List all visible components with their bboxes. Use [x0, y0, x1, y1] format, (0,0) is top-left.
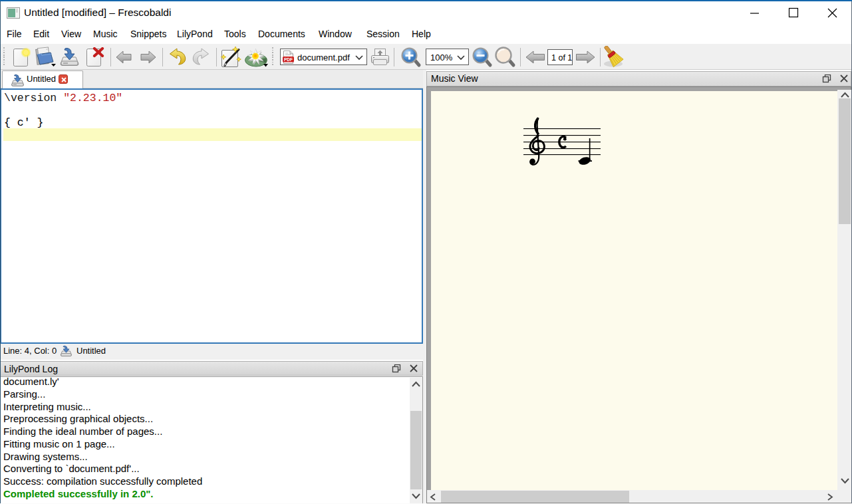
svg-text:PDF: PDF — [284, 57, 293, 62]
